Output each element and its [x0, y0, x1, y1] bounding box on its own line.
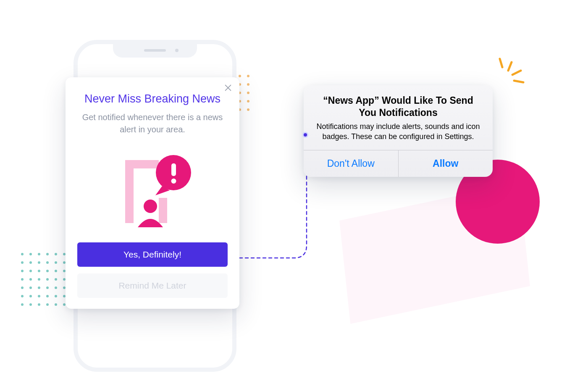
svg-line-0 — [500, 59, 502, 67]
remind-later-button[interactable]: Remind Me Later — [77, 273, 228, 298]
allow-button[interactable]: Allow — [399, 150, 493, 177]
svg-line-3 — [514, 81, 523, 82]
phone-camera — [175, 49, 178, 52]
svg-line-1 — [508, 62, 512, 71]
decorative-burst-icon — [487, 55, 529, 97]
flow-connector — [235, 132, 315, 266]
svg-point-7 — [171, 179, 176, 184]
flow-connector-node — [302, 132, 308, 138]
deny-button[interactable]: Don't Allow — [304, 150, 399, 177]
modal-title: Never Miss Breaking News — [77, 92, 228, 105]
accept-button[interactable]: Yes, Definitely! — [77, 242, 228, 267]
news-alert-illustration-icon — [77, 147, 228, 231]
svg-rect-6 — [171, 163, 176, 176]
close-icon[interactable] — [223, 83, 233, 92]
svg-point-4 — [144, 200, 157, 213]
preprompt-modal: Never Miss Breaking News Get notified wh… — [66, 77, 239, 309]
system-alert-title: “News App” Would Like To Send You Notifi… — [315, 95, 482, 119]
system-permission-alert: “News App” Would Like To Send You Notifi… — [304, 85, 493, 177]
phone-notch — [113, 44, 197, 58]
svg-line-2 — [512, 71, 521, 75]
modal-subtitle: Get notified whenever there is a news al… — [77, 111, 228, 136]
system-alert-body: Notifications may include alerts, sounds… — [315, 121, 482, 142]
phone-speaker — [144, 49, 166, 52]
decorative-dots-teal — [21, 253, 66, 306]
